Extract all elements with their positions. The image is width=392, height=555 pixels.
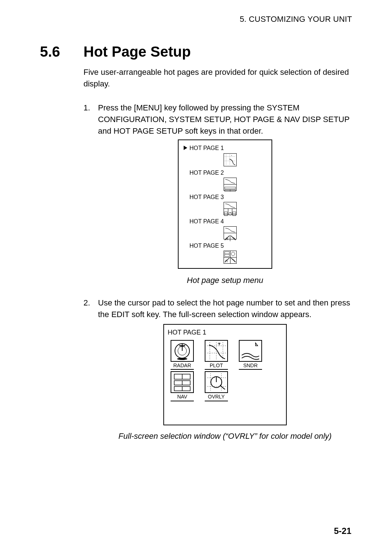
svg-point-20 — [231, 252, 235, 256]
hot-page-thumb-icon — [224, 202, 237, 215]
step-item: Press the [MENU] key followed by pressin… — [83, 102, 352, 292]
figure-hot-page-menu: HOT PAGE 1 — [98, 137, 352, 292]
selection-window: HOT PAGE 1 — [163, 324, 287, 425]
hot-page-menu-item: HOT PAGE 3 — [184, 193, 266, 215]
svg-point-27 — [177, 358, 187, 360]
step-text: Press the [MENU] key followed by pressin… — [98, 103, 350, 135]
hot-page-label: HOT PAGE 1 — [189, 144, 224, 152]
hot-page-thumb-icon — [224, 251, 237, 264]
section-title: Hot Page Setup — [83, 44, 191, 60]
svg-rect-9 — [224, 212, 228, 216]
svg-point-5 — [231, 155, 232, 156]
hot-page-label: HOT PAGE 4 — [189, 217, 224, 226]
hot-page-menu-item: HOT PAGE 2 — [184, 169, 266, 191]
hot-page-thumb-icon — [224, 226, 237, 239]
hot-page-menu-item: HOT PAGE 4 — [184, 217, 266, 239]
hot-page-label: HOT PAGE 3 — [189, 193, 224, 201]
section-heading: 5.6 Hot Page Setup — [40, 44, 352, 60]
step-item: Use the cursor pad to select the hot pag… — [83, 297, 352, 447]
option-ovrly: OVRLY — [202, 371, 231, 401]
hot-page-menu-item: HOT PAGE 1 — [184, 144, 266, 166]
selection-option-grid: RADAR — [168, 340, 282, 401]
svg-rect-6 — [225, 187, 236, 189]
page: 5. CUSTOMIZING YOUR UNIT 5.6 Hot Page Se… — [0, 0, 392, 555]
nav-icon — [171, 371, 194, 393]
svg-line-22 — [231, 258, 236, 262]
svg-marker-0 — [184, 146, 187, 150]
figure-caption: Hot page setup menu — [187, 275, 263, 286]
plot-icon — [205, 340, 228, 362]
figure-caption: Full-screen selection window (“OVRLY” fo… — [118, 430, 331, 442]
hot-page-label: HOT PAGE 2 — [189, 169, 224, 177]
running-head: 5. CUSTOMIZING YOUR UNIT — [40, 15, 352, 24]
hot-page-thumb-icon — [224, 178, 237, 191]
svg-line-17 — [231, 236, 236, 240]
option-label: NAV — [171, 392, 194, 401]
option-radar: RADAR — [168, 340, 197, 370]
radar-icon — [171, 340, 194, 362]
option-nav: NAV — [168, 371, 197, 401]
selection-pointer-icon — [184, 144, 189, 152]
figure-selection-window: HOT PAGE 1 — [98, 320, 352, 448]
hot-page-menu-box: HOT PAGE 1 — [178, 139, 272, 269]
page-number: 5-21 — [334, 526, 351, 536]
option-plot: PLOT — [202, 340, 231, 370]
selection-title: HOT PAGE 1 — [168, 328, 282, 337]
hot-page-thumb-icon — [224, 153, 237, 166]
intro-paragraph: Five user-arrangeable hot pages are prov… — [83, 66, 352, 90]
svg-rect-19 — [225, 254, 229, 256]
sounder-icon — [239, 340, 262, 362]
overlay-icon — [205, 371, 228, 393]
option-sndr: SNDR — [236, 340, 265, 370]
svg-rect-18 — [225, 252, 229, 254]
svg-rect-13 — [233, 212, 236, 216]
ordered-steps: Press the [MENU] key followed by pressin… — [83, 102, 352, 448]
hot-page-menu-item: HOT PAGE 5 — [184, 242, 266, 264]
hot-page-label: HOT PAGE 5 — [189, 242, 224, 250]
step-text: Use the cursor pad to select the hot pag… — [98, 298, 350, 319]
section-number: 5.6 — [40, 44, 83, 60]
option-label: OVRLY — [205, 392, 228, 401]
